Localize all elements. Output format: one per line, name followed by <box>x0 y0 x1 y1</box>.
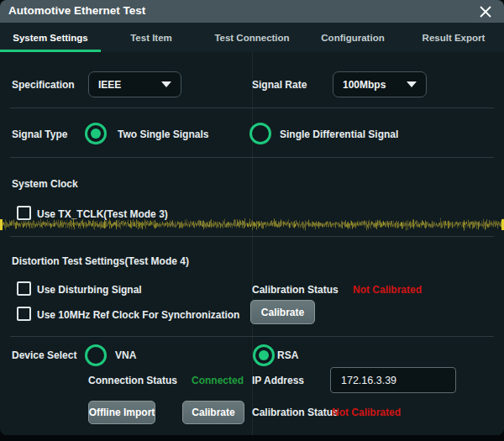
chevron-down-icon <box>407 81 417 87</box>
calibration-status-label: Calibration Status <box>252 284 339 296</box>
signal-type-label: Signal Type <box>12 129 67 140</box>
dialog-titlebar: Automotive Ethernet Test <box>0 0 504 23</box>
specification-dropdown[interactable]: IEEE <box>88 71 181 97</box>
tab-system-settings[interactable]: System Settings <box>0 23 101 52</box>
distortion-calibrate-button[interactable]: Calibrate <box>250 300 315 324</box>
tab-configuration[interactable]: Configuration <box>302 23 403 52</box>
rsa-label: RSA <box>277 349 298 361</box>
separator <box>10 157 494 158</box>
use-10mhz-ref-clock-label: Use 10MHz Ref Clock For Synchronization <box>37 309 239 321</box>
device-calibration-status-label: Calibration Status <box>252 407 339 418</box>
signal-rate-label: Signal Rate <box>252 79 307 91</box>
two-single-signals-label: Two Single Signals <box>118 129 208 140</box>
waveform-trace <box>0 215 504 233</box>
radio-single-differential-signal[interactable] <box>249 123 271 144</box>
calibration-status-value: Not Calibrated <box>353 284 422 296</box>
device-calibration-status-value: Not Calibrated <box>332 407 401 418</box>
tab-test-connection[interactable]: Test Connection <box>202 23 302 52</box>
chevron-down-icon <box>161 81 171 87</box>
single-differential-signal-label: Single Differential Signal <box>280 129 398 140</box>
separator <box>10 336 494 337</box>
signal-rate-dropdown[interactable]: 100Mbps <box>333 71 427 97</box>
tab-bar: System Settings Test Item Test Connectio… <box>0 23 504 52</box>
tab-result-export[interactable]: Result Export <box>403 23 504 52</box>
system-clock-title: System Clock <box>12 178 78 190</box>
signal-rate-value: 100Mbps <box>343 79 386 91</box>
tab-test-item[interactable]: Test Item <box>101 23 202 52</box>
oscilloscope-screen: Automotive Ethernet Test System Settings… <box>0 0 504 441</box>
ip-address-input[interactable] <box>330 367 456 393</box>
separator <box>10 108 494 108</box>
specification-label: Specification <box>12 79 75 91</box>
checkbox-use-10mhz-ref-clock[interactable] <box>17 307 31 321</box>
radio-vna[interactable] <box>85 344 107 366</box>
vna-label: VNA <box>115 349 136 361</box>
use-disturbing-signal-label: Use Disturbing Signal <box>37 284 142 296</box>
separator <box>10 236 494 237</box>
specification-value: IEEE <box>98 79 121 91</box>
automotive-ethernet-test-dialog: Automotive Ethernet Test System Settings… <box>0 0 504 435</box>
connection-status-label: Connection Status <box>88 375 177 386</box>
checkbox-use-disturbing-signal[interactable] <box>17 281 31 296</box>
close-icon <box>479 5 492 18</box>
ip-address-label: IP Address <box>252 375 304 386</box>
dialog-title: Automotive Ethernet Test <box>8 4 145 17</box>
radio-rsa[interactable] <box>253 344 275 366</box>
radio-two-single-signals[interactable] <box>85 123 107 144</box>
device-calibrate-button[interactable]: Calibrate <box>182 401 244 424</box>
device-select-label: Device Select <box>12 349 76 361</box>
close-button[interactable] <box>475 2 496 22</box>
connection-status-value: Connected <box>192 375 244 386</box>
distortion-settings-title: Distortion Test Settings(Test Mode 4) <box>12 255 189 267</box>
offline-import-button[interactable]: Offline Import <box>88 401 155 424</box>
